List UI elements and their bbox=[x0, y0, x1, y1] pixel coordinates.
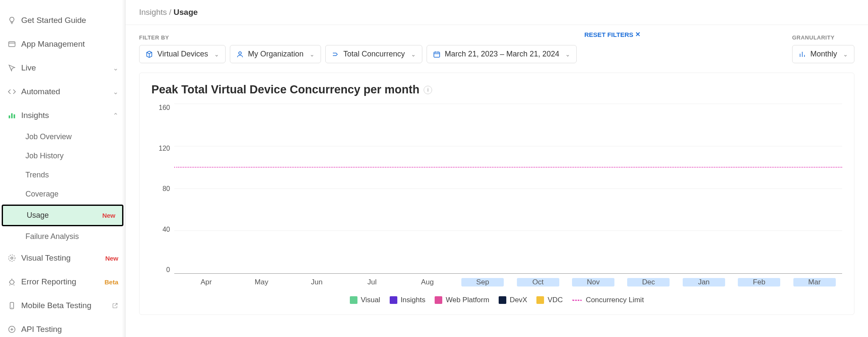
svg-rect-10 bbox=[434, 52, 440, 57]
legend-swatch bbox=[499, 296, 506, 304]
nav-label: Error Reporting bbox=[21, 277, 76, 286]
chart-title: Peak Total Virtual Device Concurrency pe… bbox=[151, 83, 842, 96]
sub-coverage[interactable]: Coverage bbox=[0, 185, 125, 204]
legend-item[interactable]: Insights bbox=[390, 296, 426, 304]
chevron-down-icon: ⌄ bbox=[565, 51, 570, 58]
nav-insights[interactable]: Insights ⌃ bbox=[0, 104, 125, 127]
chevron-down-icon: ⌄ bbox=[411, 51, 416, 58]
x-tick: May bbox=[240, 278, 283, 286]
nav-api-testing[interactable]: API Testing bbox=[0, 317, 125, 337]
legend-swatch bbox=[572, 300, 582, 301]
chevron-down-icon: ⌄ bbox=[310, 51, 315, 58]
nav-mobile-beta-testing[interactable]: Mobile Beta Testing bbox=[0, 294, 125, 317]
info-icon[interactable]: i bbox=[424, 86, 432, 94]
plot-area bbox=[174, 104, 842, 274]
legend-item[interactable]: VDC bbox=[536, 296, 563, 304]
svg-rect-3 bbox=[14, 115, 15, 118]
filter-by-label: FILTER BY bbox=[139, 34, 641, 41]
nav-label: API Testing bbox=[21, 325, 62, 334]
chevron-down-icon: ⌄ bbox=[113, 88, 118, 96]
breadcrumb-current: Usage bbox=[173, 8, 198, 17]
nav-label: Insights bbox=[21, 111, 49, 120]
calendar-icon bbox=[433, 51, 441, 58]
x-tick: Jun bbox=[296, 278, 338, 286]
svg-rect-6 bbox=[10, 280, 14, 284]
nav-error-reporting[interactable]: Error Reporting Beta bbox=[0, 270, 125, 294]
x-tick: Oct bbox=[517, 278, 559, 286]
filter-devices[interactable]: Virtual Devices ⌄ bbox=[139, 45, 226, 63]
nav-automated[interactable]: Automated ⌄ bbox=[0, 80, 125, 104]
filter-daterange[interactable]: March 21, 2023 – March 21, 2024 ⌄ bbox=[427, 45, 577, 63]
nav-live[interactable]: Live ⌄ bbox=[0, 56, 125, 80]
filter-concurrency[interactable]: Total Concurrency ⌄ bbox=[325, 45, 422, 63]
breadcrumb: Insights / Usage bbox=[126, 0, 868, 25]
sidebar: Get Started Guide App Management Live ⌄ … bbox=[0, 0, 126, 337]
nav-app-management[interactable]: App Management bbox=[0, 32, 125, 56]
cube-icon bbox=[145, 51, 153, 58]
chevron-down-icon: ⌄ bbox=[843, 51, 848, 58]
chevron-down-icon: ⌄ bbox=[214, 51, 219, 58]
chart-plot: 16012080400 bbox=[151, 104, 842, 274]
legend-item[interactable]: DevX bbox=[499, 296, 527, 304]
filter-org[interactable]: My Organization ⌄ bbox=[230, 45, 321, 63]
sub-usage[interactable]: Usage New bbox=[2, 205, 123, 226]
mobile-icon bbox=[7, 300, 17, 311]
external-link-icon bbox=[112, 302, 118, 309]
legend-swatch bbox=[350, 296, 357, 304]
x-tick: Jul bbox=[351, 278, 393, 286]
sub-trends[interactable]: Trends bbox=[0, 166, 125, 185]
y-tick: 120 bbox=[159, 145, 170, 152]
api-icon bbox=[7, 324, 17, 334]
new-badge: New bbox=[105, 255, 118, 262]
breadcrumb-parent[interactable]: Insights bbox=[139, 8, 167, 17]
nav-visual-testing[interactable]: Visual Testing New bbox=[0, 246, 125, 270]
y-tick: 40 bbox=[162, 226, 170, 233]
lightbulb-icon bbox=[7, 15, 17, 25]
x-axis: AprMayJunJulAugSepOctNovDecJanFebMar bbox=[151, 274, 842, 286]
filter-bar: FILTER BY Virtual Devices ⌄ My Organizat bbox=[126, 25, 868, 73]
legend-item[interactable]: Concurrency Limit bbox=[572, 296, 644, 304]
legend-item[interactable]: Web Platform bbox=[435, 296, 489, 304]
svg-point-5 bbox=[9, 255, 15, 261]
x-tick: Aug bbox=[406, 278, 449, 286]
nav-label: App Management bbox=[21, 39, 85, 49]
y-axis: 16012080400 bbox=[151, 104, 174, 274]
nav-label: Get Started Guide bbox=[21, 16, 86, 25]
close-icon: ✕ bbox=[635, 31, 641, 38]
chart-card: Peak Total Virtual Device Concurrency pe… bbox=[139, 73, 854, 315]
sub-job-history[interactable]: Job History bbox=[0, 146, 125, 166]
reset-filters[interactable]: RESET FILTERS ✕ bbox=[584, 31, 641, 38]
x-tick: Jan bbox=[683, 278, 725, 286]
legend-item[interactable]: Visual bbox=[350, 296, 380, 304]
nav-label: Live bbox=[21, 63, 36, 73]
legend-swatch bbox=[435, 296, 442, 304]
granularity-select[interactable]: Monthly ⌄ bbox=[792, 45, 854, 63]
nav-label: Visual Testing bbox=[21, 253, 71, 263]
chevron-down-icon: ⌄ bbox=[113, 64, 118, 72]
y-tick: 160 bbox=[159, 104, 170, 112]
cursor-icon bbox=[7, 63, 17, 73]
user-icon bbox=[236, 51, 244, 58]
nav-get-started[interactable]: Get Started Guide bbox=[0, 8, 125, 32]
y-tick: 0 bbox=[166, 266, 170, 274]
x-tick: Dec bbox=[627, 278, 670, 286]
window-icon bbox=[7, 39, 17, 49]
legend-swatch bbox=[390, 296, 397, 304]
concurrency-limit-line bbox=[174, 167, 842, 168]
bug-icon bbox=[7, 277, 17, 287]
svg-rect-2 bbox=[11, 113, 12, 118]
svg-point-4 bbox=[11, 257, 13, 259]
main-content: Insights / Usage FILTER BY Virtual Devic… bbox=[126, 0, 868, 337]
beta-badge: Beta bbox=[104, 278, 118, 286]
legend-swatch bbox=[536, 296, 544, 304]
y-tick: 80 bbox=[162, 185, 170, 193]
sub-failure-analysis[interactable]: Failure Analysis bbox=[0, 227, 125, 246]
svg-rect-0 bbox=[9, 42, 15, 47]
code-icon bbox=[7, 87, 17, 97]
sub-job-overview[interactable]: Job Overview bbox=[0, 127, 125, 146]
x-tick: Sep bbox=[461, 278, 504, 286]
bars-icon bbox=[798, 51, 806, 58]
svg-rect-1 bbox=[9, 115, 10, 118]
x-tick: Nov bbox=[572, 278, 614, 286]
new-badge: New bbox=[102, 212, 115, 219]
